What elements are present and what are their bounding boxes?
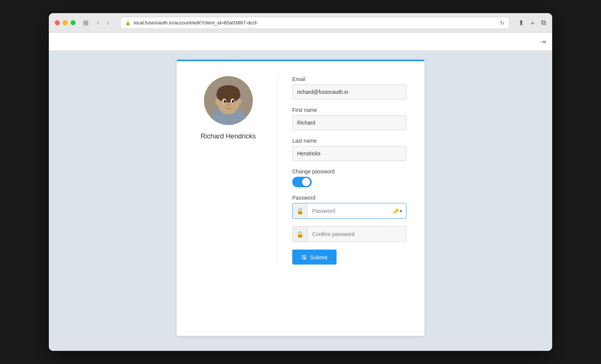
email-label: Email — [292, 76, 406, 82]
confirm-lock-icon: 🔒 — [293, 227, 308, 242]
browser-content: Richard Hendricks Email First name — [49, 51, 552, 351]
forward-button[interactable]: › — [104, 18, 111, 27]
first-name-input[interactable] — [292, 115, 406, 130]
first-name-label: First name — [292, 107, 406, 113]
email-group: Email — [292, 76, 406, 99]
last-name-label: Last name — [292, 138, 406, 144]
password-wrapper: 🔒 🔑 ▾ — [292, 203, 406, 219]
maximize-button[interactable] — [71, 20, 76, 25]
submit-button[interactable]: 🖫 Submit — [292, 250, 337, 265]
share-icon[interactable]: ⬆ — [518, 19, 524, 27]
last-name-input[interactable] — [292, 146, 406, 161]
account-icon[interactable]: ⇥ — [540, 37, 546, 46]
address-bar[interactable]: 🔒 local.fusionauth.io/account/edit?clien… — [120, 17, 509, 29]
confirm-password-input[interactable] — [308, 227, 406, 242]
sidebar-toggle-icon[interactable]: ⊞ — [83, 19, 89, 27]
new-tab-icon[interactable]: ＋ — [529, 18, 536, 27]
tabs-icon[interactable]: ⧉ — [541, 19, 546, 27]
avatar-image — [204, 76, 253, 125]
change-password-group: Change password — [292, 168, 406, 187]
account-card: Richard Hendricks Email First name — [177, 60, 424, 336]
traffic-lights — [55, 20, 76, 25]
password-label: Password — [292, 195, 406, 201]
nav-buttons: ‹ › — [95, 18, 111, 27]
minimize-button[interactable] — [63, 20, 68, 25]
password-visibility-toggle[interactable]: 🔑 ▾ — [389, 208, 406, 214]
confirm-password-wrapper: 🔒 — [292, 226, 406, 242]
last-name-group: Last name — [292, 138, 406, 161]
key-icon: 🔑 — [393, 208, 399, 214]
user-name: Richard Hendricks — [201, 132, 256, 140]
svg-point-5 — [216, 87, 240, 102]
form-section: Email First name Last name — [292, 76, 406, 265]
svg-point-12 — [227, 104, 230, 106]
toggle-container — [292, 177, 406, 187]
browser-toolbar: ⇥ — [49, 33, 552, 51]
svg-point-11 — [232, 100, 234, 103]
email-input[interactable] — [292, 84, 406, 99]
change-password-label: Change password — [292, 168, 406, 174]
svg-point-6 — [215, 99, 219, 105]
password-lock-icon: 🔒 — [293, 203, 308, 218]
browser-actions: ⬆ ＋ ⧉ — [518, 18, 546, 27]
card-body: Richard Hendricks Email First name — [177, 61, 424, 283]
close-button[interactable] — [55, 20, 60, 25]
password-input[interactable] — [308, 203, 389, 218]
lock-icon: 🔒 — [125, 20, 131, 26]
avatar — [204, 76, 253, 125]
browser-window: ⊞ ‹ › 🔒 local.fusionauth.io/account/edit… — [49, 13, 552, 351]
submit-label: Submit — [310, 254, 328, 260]
svg-point-10 — [223, 100, 226, 103]
submit-icon: 🖫 — [301, 254, 307, 260]
password-group: Password 🔒 🔑 ▾ — [292, 195, 406, 219]
svg-point-7 — [238, 99, 242, 105]
change-password-toggle[interactable] — [292, 177, 312, 187]
reload-icon[interactable]: ↻ — [500, 20, 504, 26]
url-text: local.fusionauth.io/account/edit?client_… — [134, 20, 497, 26]
chevron-down-icon: ▾ — [400, 208, 402, 214]
first-name-group: First name — [292, 107, 406, 130]
confirm-password-group: 🔒 — [292, 226, 406, 242]
profile-section: Richard Hendricks — [195, 76, 277, 265]
toggle-knob — [302, 178, 310, 186]
browser-titlebar: ⊞ ‹ › 🔒 local.fusionauth.io/account/edit… — [49, 13, 552, 33]
back-button[interactable]: ‹ — [95, 18, 101, 27]
